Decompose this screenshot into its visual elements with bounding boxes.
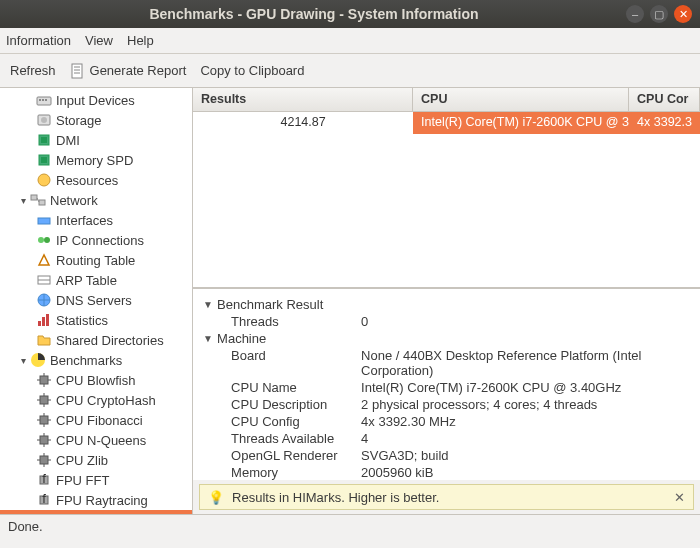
tree-item-label: ARP Table (56, 273, 117, 288)
cell-results: 4214.87 (193, 112, 413, 134)
tree-item-shared-directories[interactable]: Shared Directories (0, 330, 192, 350)
opengl-label: OpenGL Renderer (231, 448, 361, 463)
tree-item-fpu-fft[interactable]: fFPU FFT (0, 470, 192, 490)
disclosure-icon[interactable]: ▼ (203, 333, 217, 344)
tree-item-label: Network (50, 193, 98, 208)
svg-rect-7 (45, 99, 47, 101)
menu-view[interactable]: View (85, 33, 113, 48)
tree-sidebar[interactable]: Input DevicesStorageDMIMemory SPDResourc… (0, 88, 193, 514)
tree-item-cpu-n-queens[interactable]: CPU N-Queens (0, 430, 192, 450)
tree-item-cpu-blowfish[interactable]: CPU Blowfish (0, 370, 192, 390)
svg-rect-13 (41, 157, 47, 163)
report-icon (70, 63, 86, 79)
col-cpu-cores[interactable]: CPU Cor (629, 88, 700, 111)
memory-value: 2005960 kiB (361, 465, 690, 480)
chip-icon (36, 152, 52, 168)
tree-item-input-devices[interactable]: Input Devices (0, 90, 192, 110)
tree-item-label: CPU Blowfish (56, 373, 135, 388)
svg-rect-33 (40, 396, 48, 404)
svg-rect-5 (39, 99, 41, 101)
tree-item-ip-connections[interactable]: IP Connections (0, 230, 192, 250)
col-cpu[interactable]: CPU (413, 88, 629, 111)
board-value: None / 440BX Desktop Reference Platform … (361, 348, 690, 378)
arp-icon (36, 272, 52, 288)
tree-item-gpu-drawing[interactable]: GPU Drawing (0, 510, 192, 514)
expand-icon[interactable]: ▾ (18, 195, 28, 206)
table-row[interactable]: 4214.87 Intel(R) Core(TM) i7-2600K CPU @… (193, 112, 700, 134)
tree-item-label: Memory SPD (56, 153, 133, 168)
tree-item-cpu-cryptohash[interactable]: CPU CryptoHash (0, 390, 192, 410)
svg-rect-28 (40, 376, 48, 384)
cpu-icon (36, 452, 52, 468)
hint-bar: 💡 Results in HIMarks. Higher is better. … (199, 484, 694, 510)
svg-rect-6 (42, 99, 44, 101)
tree-item-statistics[interactable]: Statistics (0, 310, 192, 330)
tree-item-routing-table[interactable]: Routing Table (0, 250, 192, 270)
svg-rect-26 (46, 314, 49, 326)
expand-icon[interactable]: ▾ (18, 355, 28, 366)
tree-item-label: Interfaces (56, 213, 113, 228)
menu-help[interactable]: Help (127, 33, 154, 48)
tree-item-label: CPU Fibonacci (56, 413, 143, 428)
tree-item-label: GPU Drawing (56, 513, 135, 515)
hint-text: Results in HIMarks. Higher is better. (232, 490, 439, 505)
svg-rect-18 (38, 218, 50, 224)
svg-rect-15 (31, 195, 37, 200)
table-header: Results CPU CPU Cor (193, 88, 700, 112)
tree-item-network[interactable]: ▾Network (0, 190, 192, 210)
cpuname-label: CPU Name (231, 380, 361, 395)
svg-rect-48 (40, 456, 48, 464)
refresh-label: Refresh (10, 63, 56, 78)
results-table: Results CPU CPU Cor 4214.87 Intel(R) Cor… (193, 88, 700, 288)
kbd-icon (36, 92, 52, 108)
tree-item-label: DNS Servers (56, 293, 132, 308)
tree-item-fpu-raytracing[interactable]: fFPU Raytracing (0, 490, 192, 510)
svg-rect-25 (42, 317, 45, 326)
svg-rect-38 (40, 416, 48, 424)
tree-item-storage[interactable]: Storage (0, 110, 192, 130)
menu-information[interactable]: Information (6, 33, 71, 48)
dns-icon (36, 292, 52, 308)
tree-item-dmi[interactable]: DMI (0, 130, 192, 150)
cpu-icon (36, 412, 52, 428)
maximize-button[interactable]: ▢ (650, 5, 668, 23)
cpu-icon (36, 372, 52, 388)
if-icon (36, 212, 52, 228)
tree-item-cpu-fibonacci[interactable]: CPU Fibonacci (0, 410, 192, 430)
svg-text:f: f (42, 492, 46, 506)
tree-item-label: FPU FFT (56, 473, 109, 488)
tree-item-benchmarks[interactable]: ▾Benchmarks (0, 350, 192, 370)
close-button[interactable]: ✕ (674, 5, 692, 23)
generate-report-button[interactable]: Generate Report (70, 63, 187, 79)
disk-icon (36, 112, 52, 128)
svg-rect-43 (40, 436, 48, 444)
tree-item-label: Input Devices (56, 93, 135, 108)
tree-item-label: DMI (56, 133, 80, 148)
tree-item-dns-servers[interactable]: DNS Servers (0, 290, 192, 310)
cell-cpu: Intel(R) Core(TM) i7-2600K CPU @ 3.40GHz (413, 112, 629, 134)
lightbulb-icon: 💡 (208, 490, 224, 505)
col-results[interactable]: Results (193, 88, 413, 111)
cpucfg-value: 4x 3392.30 MHz (361, 414, 690, 429)
hint-close-icon[interactable]: ✕ (674, 490, 685, 505)
tree-item-resources[interactable]: Resources (0, 170, 192, 190)
net-icon (30, 192, 46, 208)
cell-cores: 4x 3392.3 (629, 112, 700, 134)
tree-item-memory-spd[interactable]: Memory SPD (0, 150, 192, 170)
svg-rect-11 (41, 137, 47, 143)
svg-rect-24 (38, 321, 41, 326)
disclosure-icon[interactable]: ▼ (203, 299, 217, 310)
tree-item-label: Statistics (56, 313, 108, 328)
tree-item-label: CPU N-Queens (56, 433, 146, 448)
svg-point-19 (38, 237, 44, 243)
minimize-button[interactable]: – (626, 5, 644, 23)
tree-item-arp-table[interactable]: ARP Table (0, 270, 192, 290)
group-benchmark-result: Benchmark Result (217, 297, 323, 312)
status-text: Done. (8, 519, 43, 534)
tree-item-cpu-zlib[interactable]: CPU Zlib (0, 450, 192, 470)
tree-item-interfaces[interactable]: Interfaces (0, 210, 192, 230)
copy-clipboard-button[interactable]: Copy to Clipboard (200, 63, 304, 78)
tree-item-label: Storage (56, 113, 102, 128)
bm-icon (30, 352, 46, 368)
refresh-button[interactable]: Refresh (10, 63, 56, 78)
